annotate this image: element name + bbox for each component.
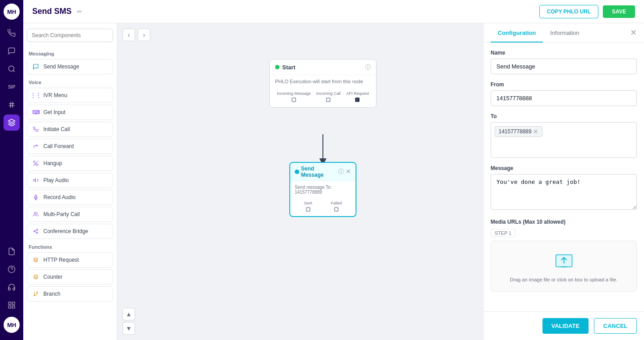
- send-node-description: Send message To: 14157778889: [290, 181, 356, 198]
- svg-marker-23: [34, 258, 38, 260]
- tab-information[interactable]: Information: [543, 23, 586, 42]
- conference-bridge-icon: [32, 227, 40, 235]
- component-call-forward[interactable]: Call Forward: [27, 139, 113, 154]
- http-request-icon: [32, 256, 40, 264]
- ivr-menu-label: IVR Menu: [43, 92, 67, 98]
- api-request-dot[interactable]: [355, 98, 360, 102]
- incoming-message-label: Incoming Message: [277, 91, 311, 96]
- hangup-icon: [32, 159, 40, 167]
- nav-icon-support[interactable]: [4, 279, 20, 295]
- functions-group-label: Functions: [29, 244, 111, 250]
- message-field-group: Message You've done a great job!: [491, 165, 637, 212]
- zoom-down-button[interactable]: ▼: [123, 322, 135, 335]
- send-node-header: Send Message ⓘ ✕: [290, 163, 356, 181]
- canvas-zoom-controls: ▲ ▼: [123, 308, 135, 335]
- nav-icon-grid[interactable]: [4, 297, 20, 313]
- from-field-label: From: [491, 81, 637, 88]
- counter-icon: [32, 273, 40, 281]
- nav-icon-help[interactable]: [4, 261, 20, 277]
- name-field-input[interactable]: [491, 59, 637, 74]
- play-audio-label: Play Audio: [43, 177, 69, 183]
- svg-point-19: [34, 231, 35, 232]
- svg-point-26: [37, 292, 38, 293]
- sent-port: Sent: [304, 201, 313, 212]
- search-components-input[interactable]: [27, 29, 113, 42]
- component-play-audio[interactable]: Play Audio: [27, 173, 113, 188]
- nav-icon-logs[interactable]: [4, 243, 20, 259]
- send-message-label: Send Message: [43, 64, 79, 70]
- upload-box[interactable]: Drag an image file or click on box to up…: [491, 241, 637, 292]
- name-field-group: Name: [491, 50, 637, 74]
- nav-logo: MH: [4, 4, 20, 20]
- svg-rect-12: [8, 306, 11, 308]
- copy-phlo-url-button[interactable]: COPY PHLO URL: [539, 5, 598, 18]
- get-input-label: Get Input: [43, 109, 65, 115]
- component-record-audio[interactable]: Record Audio: [27, 190, 113, 205]
- nav-icon-messages[interactable]: [4, 43, 20, 59]
- to-field-group: To 14157778889 ✕: [491, 113, 637, 158]
- play-audio-icon: [32, 176, 40, 184]
- component-ivr-menu[interactable]: ⋮⋮ IVR Menu: [27, 88, 113, 103]
- initiate-call-icon: [32, 125, 40, 133]
- nav-icon-hash[interactable]: [4, 97, 20, 113]
- conference-bridge-label: Conference Bridge: [43, 228, 88, 234]
- from-field-input[interactable]: [491, 90, 637, 106]
- send-close-button[interactable]: ✕: [346, 168, 351, 176]
- component-conference-bridge[interactable]: Conference Bridge: [27, 224, 113, 239]
- incoming-call-dot[interactable]: [326, 98, 330, 102]
- start-info-icon[interactable]: ⓘ: [365, 63, 371, 71]
- sent-dot[interactable]: [306, 207, 310, 212]
- panel-body: Name From To 14157778889 ✕: [483, 42, 644, 311]
- initiate-call-label: Initiate Call: [43, 126, 70, 132]
- incoming-call-label: Incoming Call: [316, 91, 341, 96]
- svg-point-20: [37, 232, 38, 234]
- component-initiate-call[interactable]: Initiate Call: [27, 122, 113, 137]
- to-tag: 14157778889 ✕: [495, 126, 542, 137]
- main-area: Send SMS ✏ COPY PHLO URL SAVE Messaging …: [23, 0, 644, 340]
- nav-icon-flow[interactable]: [4, 115, 20, 131]
- incoming-message-dot[interactable]: [292, 98, 296, 102]
- component-branch[interactable]: Branch: [27, 286, 113, 302]
- cancel-button[interactable]: CANCEL: [594, 318, 637, 334]
- failed-dot[interactable]: [334, 207, 339, 212]
- component-multi-party-call[interactable]: Multi-Party Call: [27, 207, 113, 222]
- from-field-group: From: [491, 81, 637, 106]
- step-label: STEP 1: [491, 229, 516, 237]
- branch-icon: [32, 290, 40, 298]
- to-tag-input[interactable]: 14157778889 ✕: [491, 122, 637, 158]
- component-counter[interactable]: Counter: [27, 269, 113, 285]
- incoming-message-port: Incoming Message: [277, 91, 311, 102]
- send-info-icon[interactable]: ⓘ: [338, 168, 344, 176]
- component-http-request[interactable]: HTTP Request: [27, 252, 113, 268]
- svg-line-1: [13, 70, 14, 72]
- start-node-description: PHLO Execution will start from this node: [270, 75, 376, 88]
- save-button[interactable]: SAVE: [603, 5, 635, 18]
- validate-button[interactable]: VALIDATE: [542, 318, 589, 334]
- user-avatar[interactable]: MH: [4, 317, 20, 333]
- component-get-input[interactable]: ⌨ Get Input: [27, 105, 113, 120]
- edit-title-icon[interactable]: ✏: [77, 8, 82, 15]
- panel-footer: VALIDATE CANCEL: [483, 311, 644, 340]
- nav-icon-calls[interactable]: [4, 25, 20, 41]
- message-field-label: Message: [491, 165, 637, 171]
- top-header: Send SMS ✏ COPY PHLO URL SAVE: [23, 0, 644, 23]
- call-forward-label: Call Forward: [43, 143, 74, 149]
- component-send-message[interactable]: Send Message: [27, 59, 113, 74]
- svg-rect-11: [13, 306, 15, 308]
- media-field-group: Media URLs (Max 10 allowed) STEP 1 Drag …: [491, 219, 637, 292]
- send-message-node: Send Message ⓘ ✕ Send message To: 141577…: [289, 162, 356, 217]
- to-tag-remove-button[interactable]: ✕: [533, 128, 538, 135]
- nav-icon-search[interactable]: [4, 61, 20, 77]
- component-hangup[interactable]: Hangup: [27, 156, 113, 171]
- canvas-area: ‹ › ▲ ▼: [117, 23, 483, 340]
- panel-close-button[interactable]: ✕: [630, 28, 637, 38]
- nav-icon-sip[interactable]: SIP: [4, 79, 20, 95]
- tab-configuration[interactable]: Configuration: [491, 23, 543, 42]
- call-forward-icon: [32, 142, 40, 150]
- api-request-port: API Request: [346, 91, 369, 102]
- pan-left-button[interactable]: ‹: [123, 29, 135, 41]
- to-tag-value: 14157778889: [499, 128, 531, 135]
- zoom-up-button[interactable]: ▲: [123, 308, 135, 320]
- message-field-textarea[interactable]: You've done a great job!: [491, 174, 637, 210]
- pan-right-button[interactable]: ›: [138, 29, 150, 41]
